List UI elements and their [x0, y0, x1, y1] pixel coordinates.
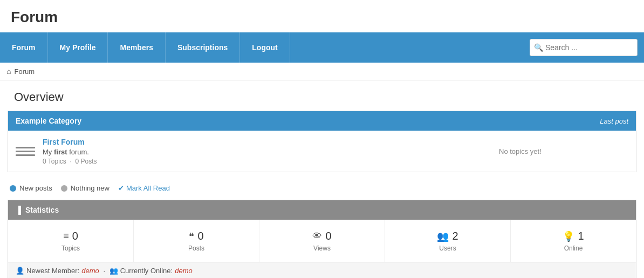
- last-post-label: Last post: [600, 117, 628, 125]
- breadcrumb: ⌂ Forum: [0, 63, 644, 80]
- topics-label: Topics: [13, 245, 128, 252]
- forum-name[interactable]: First Forum: [43, 138, 85, 146]
- stat-views: 👁 0 Views: [259, 220, 385, 262]
- new-posts-dot: [10, 185, 16, 192]
- category-title: Example Category: [16, 117, 81, 125]
- forum-desc: My first forum.: [43, 148, 488, 156]
- online-icon-footer: 👥: [109, 267, 118, 275]
- search-icon: 🔍: [534, 43, 543, 52]
- posts-icon: ❝: [189, 230, 194, 242]
- forum-last-post: No topics yet!: [488, 147, 628, 155]
- nav-logout[interactable]: Logout: [240, 32, 290, 63]
- search-input[interactable]: [530, 39, 638, 56]
- stat-topics-value: ≡ 0: [13, 230, 128, 242]
- mark-all-read-label[interactable]: Mark All Read: [126, 184, 170, 192]
- currently-online-label: Currently Online:: [120, 267, 173, 275]
- views-count: 0: [325, 230, 331, 242]
- nav-forum[interactable]: Forum: [0, 32, 48, 63]
- users-icon: 👥: [437, 230, 449, 242]
- posts-label: Posts: [139, 245, 254, 252]
- nav-my-profile[interactable]: My Profile: [48, 32, 108, 63]
- category-section: Example Category Last post First Forum M…: [8, 111, 636, 172]
- stats-title: Statistics: [25, 206, 59, 214]
- footer-bar: 👤 Newest Member: demo · 👥 Currently Onli…: [8, 262, 636, 278]
- mark-all-read[interactable]: ✔ Mark All Read: [118, 184, 170, 192]
- member-icon: 👤: [16, 267, 24, 275]
- search-container: 🔍: [523, 33, 644, 62]
- posts-count: 0: [197, 230, 203, 242]
- stats-header: ▐ Statistics: [8, 200, 636, 220]
- category-header: Example Category Last post: [8, 111, 636, 131]
- nav-members[interactable]: Members: [108, 32, 165, 63]
- online-label: Online: [516, 245, 631, 252]
- forum-icon-line3: [16, 154, 35, 156]
- main-content: Overview Example Category Last post Firs…: [0, 80, 644, 278]
- breadcrumb-link[interactable]: Forum: [14, 67, 35, 76]
- forum-info: First Forum My first forum. 0 Topics · 0…: [43, 138, 488, 165]
- stats-grid: ≡ 0 Topics ❝ 0 Posts 👁 0 Views: [8, 220, 636, 262]
- stats-bar-icon: ▐: [16, 206, 21, 214]
- forum-meta: 0 Topics · 0 Posts: [43, 158, 488, 165]
- home-icon: ⌂: [6, 67, 11, 76]
- checkmark-icon: ✔: [118, 184, 124, 192]
- forum-topics: 0 Topics: [43, 158, 66, 165]
- online-icon: 💡: [563, 230, 574, 242]
- online-count: 1: [578, 230, 584, 242]
- stat-users-value: 👥 2: [390, 230, 505, 242]
- forum-row: First Forum My first forum. 0 Topics · 0…: [8, 131, 636, 172]
- forum-posts: 0 Posts: [75, 158, 97, 165]
- new-posts-label: New posts: [19, 184, 52, 192]
- overview-title: Overview: [8, 80, 636, 111]
- legend-new-posts: New posts: [10, 184, 52, 192]
- stat-online-value: 💡 1: [516, 230, 631, 242]
- newest-label: Newest Member:: [26, 267, 79, 275]
- stat-users: 👥 2 Users: [385, 220, 511, 262]
- legend: New posts Nothing new ✔ Mark All Read: [8, 179, 636, 198]
- nothing-new-dot: [61, 185, 67, 192]
- navbar: Forum My Profile Members Subscriptions L…: [0, 32, 644, 63]
- online-user-link[interactable]: demo: [175, 267, 193, 275]
- forum-icon-line2: [16, 151, 35, 152]
- stat-posts: ❝ 0 Posts: [134, 220, 259, 262]
- stat-topics: ≡ 0 Topics: [8, 220, 134, 262]
- nav-subscriptions[interactable]: Subscriptions: [166, 32, 240, 63]
- users-count: 2: [452, 230, 458, 242]
- nav-links: Forum My Profile Members Subscriptions L…: [0, 32, 523, 63]
- legend-nothing-new: Nothing new: [61, 184, 109, 192]
- forum-icon-line1: [16, 147, 35, 148]
- stat-online: 💡 1 Online: [511, 220, 636, 262]
- statistics-section: ▐ Statistics ≡ 0 Topics ❝ 0 Posts �: [8, 200, 636, 262]
- views-label: Views: [265, 245, 379, 252]
- forum-icon: [16, 147, 35, 156]
- topics-icon: ≡: [63, 230, 69, 242]
- stat-posts-value: ❝ 0: [139, 230, 254, 242]
- views-icon: 👁: [312, 230, 322, 242]
- stat-views-value: 👁 0: [265, 230, 379, 242]
- users-label: Users: [390, 245, 505, 252]
- newest-member-link[interactable]: demo: [81, 267, 99, 275]
- page-title: Forum: [0, 0, 644, 32]
- search-wrapper: 🔍: [530, 39, 638, 56]
- topics-count: 0: [72, 230, 78, 242]
- nothing-new-label: Nothing new: [71, 184, 109, 192]
